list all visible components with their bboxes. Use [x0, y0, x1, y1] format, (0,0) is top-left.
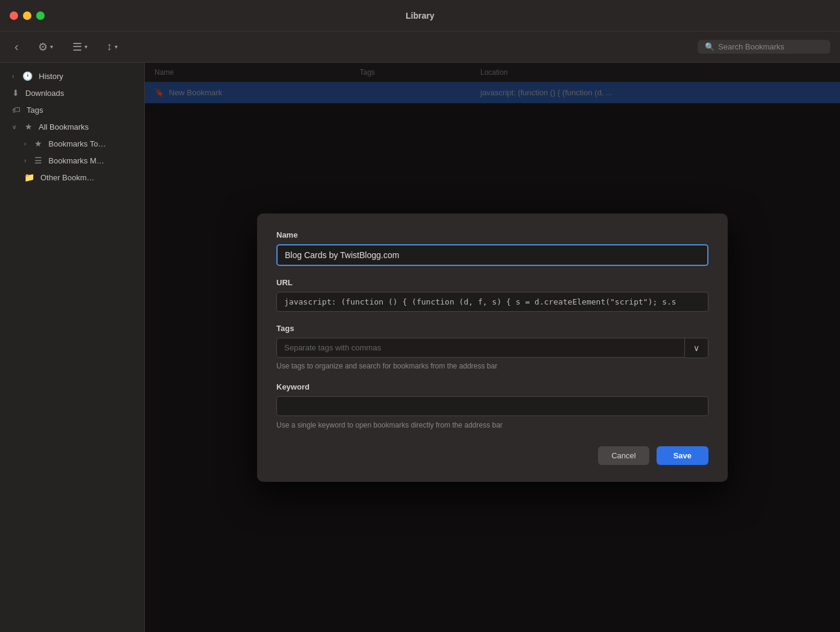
search-input[interactable]	[718, 42, 823, 51]
modal-buttons: Cancel Save	[276, 446, 708, 465]
list-chevron-icon: ▾	[84, 43, 88, 50]
folder-icon: 📁	[24, 172, 34, 182]
keyword-hint: Use a single keyword to open bookmarks d…	[276, 421, 708, 429]
keyword-input[interactable]	[276, 396, 708, 416]
settings-chevron-icon: ▾	[50, 43, 53, 50]
history-chevron-icon: ›	[12, 73, 14, 80]
tags-row: ∨	[276, 338, 708, 358]
close-button[interactable]	[10, 11, 18, 20]
chevron-down-icon: ∨	[693, 343, 699, 353]
search-box: 🔍	[698, 40, 830, 54]
cancel-button[interactable]: Cancel	[598, 446, 649, 465]
downloads-icon: ⬇	[12, 88, 19, 98]
edit-bookmark-modal: Name URL Tags ∨ Use tags to organize and…	[257, 213, 728, 482]
list-icon: ☰	[72, 40, 82, 54]
sidebar-item-label: Tags	[27, 106, 43, 115]
tags-hint: Use tags to organize and search for book…	[276, 362, 708, 370]
sidebar: › 🕐 History ⬇ Downloads 🏷 Tags ∨ ★ All B…	[0, 63, 145, 632]
minimize-button[interactable]	[23, 11, 31, 20]
sidebar-item-label: History	[39, 72, 63, 81]
modal-overlay: Name URL Tags ∨ Use tags to organize and…	[145, 63, 840, 632]
main-layout: › 🕐 History ⬇ Downloads 🏷 Tags ∨ ★ All B…	[0, 63, 840, 632]
sidebar-item-label: Bookmarks M…	[48, 156, 104, 165]
bookmarks-menu-chevron-icon: ›	[24, 157, 26, 164]
sidebar-item-label: Other Bookm…	[40, 173, 95, 182]
save-button[interactable]: Save	[657, 446, 708, 465]
sidebar-item-bookmarks-toolbar[interactable]: › ★ Bookmarks To…	[2, 135, 142, 152]
sidebar-item-history[interactable]: › 🕐 History	[2, 68, 142, 84]
settings-button[interactable]: ⚙ ▾	[33, 38, 58, 56]
window-title: Library	[406, 11, 434, 21]
tags-icon: 🏷	[12, 105, 21, 115]
back-icon: ‹	[14, 40, 19, 54]
maximize-button[interactable]	[36, 11, 45, 20]
name-input[interactable]	[276, 244, 708, 266]
keyword-label: Keyword	[276, 382, 708, 391]
bookmark-toolbar-icon: ★	[34, 139, 42, 148]
window-controls	[10, 11, 45, 20]
sidebar-item-all-bookmarks[interactable]: ∨ ★ All Bookmarks	[2, 118, 142, 135]
tags-label: Tags	[276, 324, 708, 333]
sidebar-item-label: Bookmarks To…	[48, 139, 106, 148]
toolbar: ‹ ⚙ ▾ ☰ ▾ ↕ ▾ 🔍	[0, 31, 840, 63]
titlebar: Library	[0, 0, 840, 31]
sort-chevron-icon: ▾	[115, 43, 118, 50]
name-label: Name	[276, 230, 708, 239]
url-input[interactable]	[276, 292, 708, 312]
list-menu-icon: ☰	[34, 156, 42, 165]
sidebar-item-bookmarks-menu[interactable]: › ☰ Bookmarks M…	[2, 152, 142, 169]
sidebar-item-tags[interactable]: 🏷 Tags	[2, 101, 142, 118]
search-icon: 🔍	[705, 42, 714, 51]
list-view-button[interactable]: ☰ ▾	[68, 38, 92, 56]
gear-icon: ⚙	[38, 40, 48, 54]
back-button[interactable]: ‹	[10, 37, 24, 56]
content-area: Name Tags Location 🔖 New Bookmark javasc…	[145, 63, 840, 632]
url-label: URL	[276, 278, 708, 287]
sort-icon: ↕	[107, 40, 112, 53]
sidebar-item-downloads[interactable]: ⬇ Downloads	[2, 84, 142, 101]
history-icon: 🕐	[22, 71, 33, 81]
bookmarks-toolbar-chevron-icon: ›	[24, 141, 26, 147]
star-icon: ★	[25, 122, 33, 131]
sidebar-item-label: All Bookmarks	[39, 122, 89, 131]
all-bookmarks-chevron-icon: ∨	[12, 124, 16, 130]
sidebar-item-other-bookmarks[interactable]: 📁 Other Bookm…	[2, 169, 142, 186]
sidebar-item-label: Downloads	[25, 89, 64, 98]
tags-input[interactable]	[276, 338, 685, 358]
tags-dropdown-button[interactable]: ∨	[685, 338, 708, 358]
sort-button[interactable]: ↕ ▾	[102, 38, 122, 55]
